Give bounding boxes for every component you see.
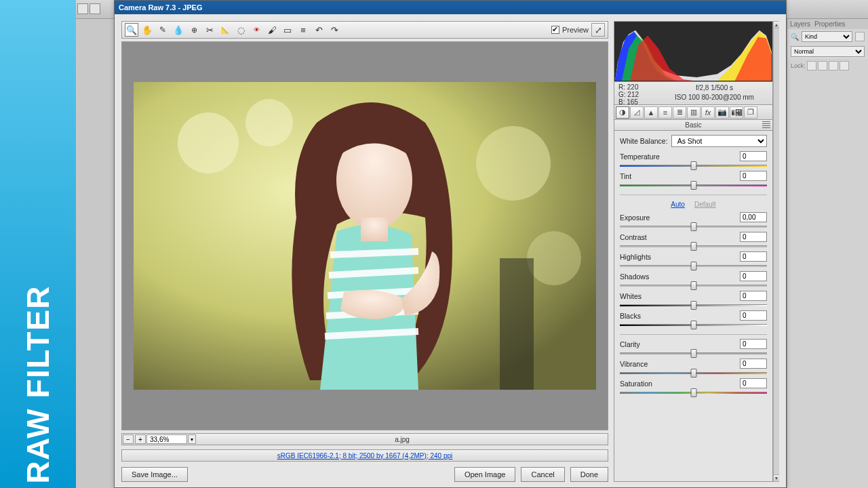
slider-value-tint[interactable] [740, 171, 767, 181]
slider-value-exposure[interactable] [740, 212, 767, 222]
svg-point-1 [178, 113, 239, 174]
slider-value-saturation[interactable] [740, 378, 767, 388]
slider-blacks: Blacks [620, 310, 767, 329]
slider-track-whites[interactable] [620, 302, 767, 309]
slider-label-exposure: Exposure [620, 214, 650, 222]
slider-label-tint: Tint [620, 172, 631, 180]
search-icon[interactable]: 🔍 [791, 33, 799, 41]
slider-value-temperature[interactable] [740, 151, 767, 161]
layers-tab[interactable]: Layers [790, 20, 810, 28]
tab-basic-icon[interactable]: ◑ [616, 106, 629, 119]
open-image-button[interactable]: Open Image [454, 467, 516, 482]
slider-track-clarity[interactable] [620, 350, 767, 357]
done-button[interactable]: Done [570, 467, 608, 482]
spot-removal-tool-icon[interactable]: ◌ [234, 23, 248, 37]
color-sampler-tool-icon[interactable]: 💧 [172, 23, 185, 37]
preview-label: Preview [562, 26, 589, 34]
kind-select[interactable]: Kind [802, 31, 852, 42]
lock-pixels-icon[interactable] [807, 61, 816, 70]
white-balance-tool-icon[interactable]: ✎ [156, 23, 170, 37]
slider-highlights: Highlights [620, 251, 767, 270]
slider-track-saturation[interactable] [620, 389, 767, 396]
slider-tint: Tint [620, 171, 767, 189]
tab-camera-calibration-icon[interactable]: 📷 [715, 106, 729, 119]
slider-label-contrast: Contrast [620, 233, 647, 241]
cancel-button[interactable]: Cancel [521, 467, 564, 482]
info-bar: R: 220 G: 212 B: 165 f/2,8 1/500 s ISO 1… [614, 82, 773, 105]
tab-hsl-icon[interactable]: ≡ [658, 106, 672, 119]
window-titlebar[interactable]: Camera Raw 7.3 - JPEG [115, 1, 786, 14]
adjustment-brush-tool-icon[interactable]: 🖌 [265, 23, 279, 37]
slider-label-blacks: Blacks [620, 312, 641, 320]
straighten-tool-icon[interactable]: 📐 [218, 23, 232, 37]
tab-tone-curve-icon[interactable]: ◿ [630, 106, 644, 119]
tab-snapshots-icon[interactable]: ❐ [744, 106, 757, 119]
tab-split-toning-icon[interactable]: ≣ [673, 106, 686, 119]
zoom-out-button[interactable]: − [123, 434, 134, 444]
save-image-button[interactable]: Save Image... [121, 467, 188, 482]
slider-clarity: Clarity [620, 339, 767, 357]
zoom-dropdown-icon[interactable]: ▾ [188, 434, 196, 444]
properties-tab[interactable]: Properties [814, 20, 846, 28]
targeted-adjustment-tool-icon[interactable]: ⊕ [187, 23, 201, 37]
scroll-down-icon[interactable]: ▼ [774, 474, 779, 481]
slider-track-blacks[interactable] [620, 321, 767, 329]
auto-link[interactable]: Auto [671, 201, 685, 208]
slider-value-highlights[interactable] [740, 251, 767, 262]
slider-value-contrast[interactable] [740, 232, 767, 242]
highlight-clip-icon[interactable] [764, 23, 771, 30]
slider-label-highlights: Highlights [620, 253, 651, 261]
slider-label-clarity: Clarity [620, 340, 640, 348]
lock-all-icon[interactable] [840, 61, 849, 70]
slider-track-contrast[interactable] [620, 243, 767, 250]
tab-lens-corrections-icon[interactable]: ▥ [687, 106, 701, 119]
slider-track-highlights[interactable] [620, 262, 767, 270]
banner-text: CAMERA RAW FILTER [20, 285, 56, 488]
fullscreen-toggle-icon[interactable]: ⤢ [591, 23, 605, 37]
slider-label-vibrance: Vibrance [620, 360, 648, 368]
tab-presets-icon[interactable]: �⷇ [730, 106, 743, 119]
slider-value-clarity[interactable] [740, 339, 767, 349]
doc-arrange-icon[interactable] [90, 3, 100, 14]
scroll-up-icon[interactable]: ▲ [774, 22, 779, 28]
shadow-clip-icon[interactable] [616, 23, 623, 30]
doc-arrange-icon[interactable] [77, 3, 88, 14]
slider-value-blacks[interactable] [740, 310, 767, 321]
panel-menu-icon[interactable] [762, 121, 770, 128]
preferences-icon[interactable]: ≡ [296, 23, 310, 37]
white-balance-select[interactable]: As Shot [671, 135, 767, 147]
slider-track-vibrance[interactable] [620, 369, 767, 377]
red-eye-tool-icon[interactable]: 👁 [250, 23, 263, 37]
slider-track-temperature[interactable] [620, 162, 767, 169]
slider-track-shadows[interactable] [620, 282, 767, 289]
default-link[interactable]: Default [694, 201, 716, 208]
slider-value-whites[interactable] [740, 291, 767, 301]
rotate-left-icon[interactable]: ↶ [312, 23, 326, 37]
tab-detail-icon[interactable]: ▲ [644, 106, 658, 119]
zoom-value[interactable]: 33,6% [146, 434, 187, 444]
right-scrollbar[interactable]: ▲ ▼ [773, 21, 779, 482]
blend-mode-select[interactable]: Normal [791, 46, 865, 57]
lock-position-icon[interactable] [818, 61, 827, 70]
hand-tool-icon[interactable]: ✋ [140, 23, 154, 37]
svg-rect-5 [500, 258, 534, 390]
slider-value-vibrance[interactable] [740, 359, 767, 369]
filter-icon[interactable] [855, 32, 865, 41]
image-viewport[interactable] [121, 41, 608, 430]
zoom-tool-icon[interactable]: 🔍 [125, 23, 138, 37]
preview-checkbox[interactable] [551, 26, 559, 34]
photo-placeholder [134, 82, 596, 390]
workflow-options-bar: sRGB IEC61966-2.1; 8 bit; 2500 by 1667 (… [121, 449, 608, 462]
slider-value-shadows[interactable] [740, 271, 767, 281]
tab-effects-icon[interactable]: fx [701, 106, 715, 119]
graduated-filter-tool-icon[interactable]: ▭ [281, 23, 294, 37]
slider-track-exposure[interactable] [620, 223, 767, 230]
workflow-options-link[interactable]: sRGB IEC61966-2.1; 8 bit; 2500 by 1667 (… [277, 452, 453, 460]
crop-tool-icon[interactable]: ✂ [203, 23, 216, 37]
rotate-right-icon[interactable]: ↷ [328, 23, 341, 37]
preview-image [134, 82, 596, 390]
histogram[interactable] [614, 21, 773, 82]
lock-move-icon[interactable] [829, 61, 838, 70]
slider-track-tint[interactable] [620, 182, 767, 189]
zoom-in-button[interactable]: + [135, 434, 146, 444]
